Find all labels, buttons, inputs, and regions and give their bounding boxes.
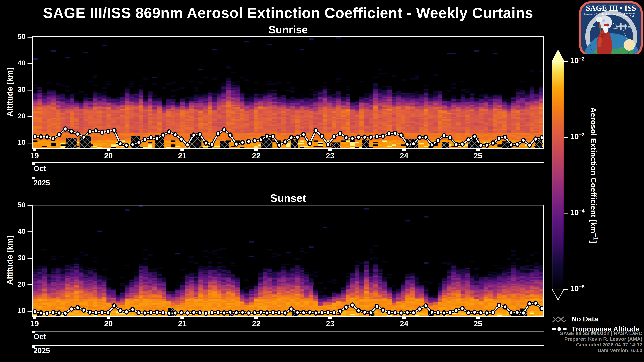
date-axis-month-label: Oct [34, 333, 46, 341]
y-tick-mark [28, 63, 32, 64]
x-tick-mark [180, 148, 184, 151]
x-tick-label: 20 [102, 151, 115, 160]
y-tick-mark [28, 258, 32, 259]
y-tick-label: 40 [9, 227, 26, 236]
figure-title: SAGE III/ISS 869nm Aerosol Extinction Co… [32, 4, 544, 21]
y-tick-label: 50 [9, 201, 26, 209]
mission-patch-logo: BALL • NASA LANGLEY RESEARCH CENTER • TA… [579, 1, 643, 54]
patch-subtitle-right: Space Station [623, 15, 636, 17]
patch-title: SAGE III • ISS [586, 4, 636, 12]
y-axis-label: Altitude [km] [5, 236, 14, 285]
sunset-panel [32, 205, 544, 317]
date-axis-month-label: Oct [34, 164, 46, 173]
x-tick-label: 19 [28, 151, 41, 160]
colorbar-tick-label: 10−5 [570, 284, 584, 293]
x-tick-label: 19 [28, 319, 41, 328]
colorbar [550, 47, 576, 305]
date-axis-year-line [32, 345, 544, 346]
x-tick-mark [107, 317, 110, 319]
colorbar-tick-mark [564, 137, 568, 138]
x-tick-label: 25 [471, 151, 485, 160]
x-tick-mark [402, 317, 406, 319]
date-axis-month-line [32, 331, 544, 332]
x-tick-mark [476, 317, 480, 319]
y-tick-mark [28, 231, 32, 232]
y-tick-mark [28, 311, 32, 312]
x-tick-mark [328, 148, 332, 151]
no-data-legend-label: No Data [572, 315, 598, 323]
y-axis-label: Altitude [km] [5, 67, 14, 116]
date-axis-year-label: 2025 [34, 347, 50, 355]
colorbar-tick-mark [564, 213, 568, 214]
colorbar-tick-mark [564, 61, 568, 62]
x-tick-label: 22 [250, 319, 263, 328]
figure-root: SAGE III/ISS 869nm Aerosol Extinction Co… [0, 0, 644, 362]
attribution-line: SAGE III/ISS Mission | NASA LaRC [560, 331, 642, 336]
x-tick-label: 21 [176, 319, 189, 328]
x-tick-mark [107, 148, 110, 151]
x-tick-mark [33, 148, 36, 151]
x-tick-label: 23 [323, 151, 337, 160]
x-tick-label: 22 [250, 151, 263, 160]
x-tick-mark [33, 317, 36, 319]
x-tick-mark [254, 317, 258, 319]
x-tick-label: 20 [102, 319, 115, 328]
patch-sun [624, 39, 635, 51]
x-tick-mark [476, 148, 480, 151]
y-tick-label: 40 [9, 59, 26, 67]
x-tick-mark [402, 148, 406, 151]
colorbar-axis-label: Aerosol Extinction Coefficient [km−1] [589, 107, 600, 243]
x-tick-label: 24 [397, 319, 411, 328]
colorbar-tick-label: 10−3 [570, 132, 584, 141]
sunrise-heatmap-canvas [33, 37, 544, 148]
colorbar-gradient-arrow [552, 50, 564, 300]
y-tick-mark [28, 143, 32, 143]
x-tick-label: 21 [176, 151, 189, 160]
sunset-subtitle: Sunset [32, 192, 544, 204]
no-data-hatch-swatch [552, 315, 567, 324]
sunset-heatmap-canvas [33, 205, 544, 317]
date-axis-month-line [32, 162, 544, 163]
sunrise-panel [32, 36, 544, 149]
y-tick-label: 10 [9, 138, 26, 146]
x-tick-label: 25 [471, 319, 485, 328]
x-tick-mark [254, 148, 258, 151]
colorbar-tick-label: 10−2 [570, 56, 584, 65]
attribution-line: Generated 2026-04-07 14:12 [560, 342, 642, 348]
x-tick-label: 23 [323, 319, 337, 328]
colorbar-tick-label: 10−4 [570, 208, 584, 217]
y-tick-label: 50 [9, 32, 26, 40]
x-tick-label: 24 [397, 151, 411, 160]
y-tick-mark [28, 90, 32, 90]
attribution-line: Preparer: Kevin R. Leavor (AMA) [560, 336, 642, 342]
y-tick-label: 10 [9, 307, 26, 315]
y-tick-mark [28, 284, 32, 285]
y-tick-mark [28, 116, 32, 117]
sunrise-subtitle: Sunrise [32, 23, 544, 36]
x-tick-mark [328, 317, 332, 319]
x-tick-mark [180, 317, 184, 319]
patch-subtitle-right: International [624, 12, 636, 15]
y-tick-mark [28, 205, 32, 206]
patch-subtitle-left: Stratospheric Aerosol and Gas Experiment… [583, 13, 625, 15]
attribution-block: SAGE III/ISS Mission | NASA LaRC Prepare… [560, 331, 642, 353]
attribution-line: Data Version: 6.0.0 [560, 348, 642, 353]
date-axis-year-label: 2025 [34, 179, 50, 187]
y-tick-mark [28, 37, 32, 37]
colorbar-tick-mark [564, 289, 568, 290]
date-axis-year-line [32, 177, 544, 177]
